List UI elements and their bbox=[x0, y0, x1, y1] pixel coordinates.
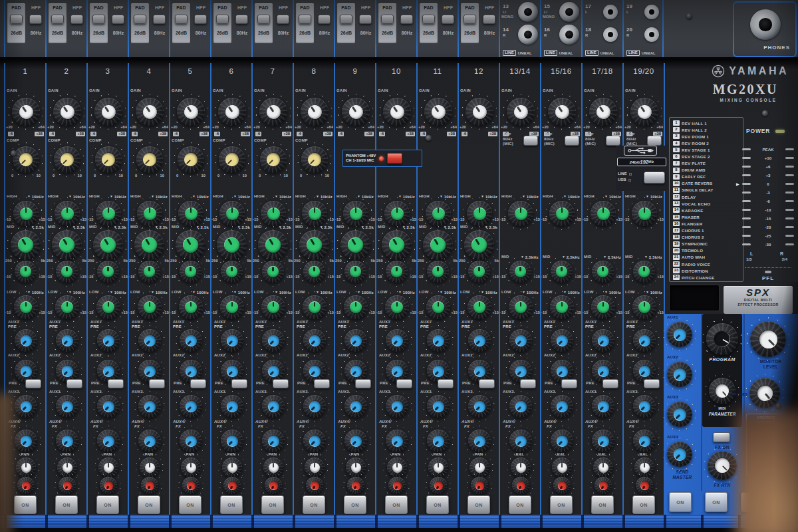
ch11-eq-high-knob[interactable] bbox=[426, 201, 451, 226]
fx-on-button[interactable] bbox=[713, 432, 730, 442]
ch13-14-level-knob[interactable] bbox=[512, 477, 529, 494]
ch4-aux1-knob[interactable] bbox=[138, 329, 161, 352]
ch15-16-gain-knob[interactable] bbox=[548, 98, 576, 126]
ch19-20-aux3-pre-switch[interactable] bbox=[644, 379, 660, 388]
ch15-16-hpf-mic-switch[interactable] bbox=[565, 136, 579, 146]
ch12-aux3-pre-switch[interactable] bbox=[479, 379, 495, 388]
ch17-18-aux3-knob[interactable] bbox=[592, 395, 614, 418]
ch1-aux3-knob[interactable] bbox=[15, 395, 37, 418]
ch12-eq-mid-freq-knob[interactable] bbox=[464, 230, 494, 260]
ch8-comp-knob[interactable] bbox=[301, 146, 328, 173]
ch17-18-level-knob[interactable] bbox=[595, 477, 612, 494]
hpf-switch-ch1[interactable] bbox=[29, 15, 42, 24]
ch3-eq-mid-freq-knob[interactable] bbox=[93, 230, 123, 260]
ch4-aux4-fx-knob[interactable] bbox=[138, 430, 161, 452]
aux3-send-master-knob[interactable] bbox=[667, 402, 692, 427]
ch15-16-eq-low-knob[interactable] bbox=[550, 295, 574, 319]
ch13-14-aux3-pre-switch[interactable] bbox=[520, 379, 536, 388]
ch19-20-hpf-mic-switch[interactable] bbox=[647, 136, 662, 146]
ch9-aux3-pre-switch[interactable] bbox=[355, 379, 371, 388]
ch19-20-aux3-knob[interactable] bbox=[633, 395, 656, 418]
ch5-eq-mid-gain-knob[interactable] bbox=[180, 261, 201, 283]
ch4-aux3-knob[interactable] bbox=[138, 395, 161, 418]
ch7-aux1-knob[interactable] bbox=[262, 329, 285, 352]
ch6-on-button[interactable]: ON bbox=[220, 495, 243, 514]
ch11-gain-knob[interactable] bbox=[424, 98, 452, 126]
ch3-aux1-knob[interactable] bbox=[97, 329, 120, 352]
ch10-aux3-knob[interactable] bbox=[386, 395, 408, 418]
ch11-eq-mid-freq-knob[interactable] bbox=[423, 230, 453, 260]
ch2-aux4-fx-knob[interactable] bbox=[56, 430, 78, 452]
ch15-16-aux3-knob[interactable] bbox=[551, 395, 573, 418]
ch12-on-button[interactable]: ON bbox=[467, 495, 490, 514]
ch3-aux4-fx-knob[interactable] bbox=[97, 430, 120, 452]
aux2-send-master-knob[interactable] bbox=[667, 362, 692, 387]
ch6-comp-knob[interactable] bbox=[219, 146, 245, 173]
hpf-switch-ch9[interactable] bbox=[359, 15, 372, 24]
pad-switch-ch5[interactable] bbox=[175, 15, 188, 24]
ch7-eq-high-knob[interactable] bbox=[261, 201, 286, 226]
ch9-eq-mid-freq-knob[interactable] bbox=[340, 230, 370, 260]
ch17-18-hpf-mic-switch[interactable] bbox=[606, 136, 620, 146]
ch7-comp-knob[interactable] bbox=[260, 146, 287, 173]
ch7-on-button[interactable]: ON bbox=[261, 495, 284, 514]
ch4-comp-knob[interactable] bbox=[136, 146, 163, 173]
ch10-aux1-knob[interactable] bbox=[386, 329, 408, 352]
ch10-gain-knob[interactable] bbox=[383, 98, 411, 126]
ch8-eq-high-knob[interactable] bbox=[302, 201, 327, 226]
ch11-aux1-knob[interactable] bbox=[427, 329, 450, 352]
hpf-switch-ch4[interactable] bbox=[153, 15, 166, 24]
fx-rtn-knob[interactable] bbox=[708, 451, 737, 480]
ch17-18-gain-knob[interactable] bbox=[589, 98, 617, 126]
ch6-aux3-knob[interactable] bbox=[221, 395, 243, 418]
ch13-14-aux1-knob[interactable] bbox=[509, 329, 532, 352]
ch2-aux3-pre-switch[interactable] bbox=[66, 379, 82, 388]
ch8-on-button[interactable]: ON bbox=[303, 495, 325, 514]
ch5-level-knob[interactable] bbox=[182, 477, 200, 494]
ch10-aux3-pre-switch[interactable] bbox=[396, 379, 412, 388]
hpf-switch-ch11[interactable] bbox=[442, 15, 454, 24]
pad-switch-ch8[interactable] bbox=[299, 15, 311, 24]
ch19-20-on-button[interactable]: ON bbox=[632, 495, 655, 514]
ch10-eq-mid-gain-knob[interactable] bbox=[386, 261, 408, 283]
ch1-gain-knob[interactable] bbox=[12, 98, 40, 126]
ch6-aux1-knob[interactable] bbox=[221, 329, 243, 352]
ch17-18-aux3-pre-switch[interactable] bbox=[602, 379, 618, 388]
pad-switch-ch7[interactable] bbox=[257, 15, 270, 24]
ch11-aux3-knob[interactable] bbox=[427, 395, 450, 418]
ch3-aux3-knob[interactable] bbox=[97, 395, 120, 418]
ch2-gain-knob[interactable] bbox=[53, 98, 81, 126]
ch7-level-knob[interactable] bbox=[265, 477, 282, 494]
ch10-eq-mid-freq-knob[interactable] bbox=[382, 230, 412, 260]
ch9-level-knob[interactable] bbox=[347, 477, 364, 494]
ch19-20-eq-low-knob[interactable] bbox=[632, 295, 656, 319]
ch3-on-button[interactable]: ON bbox=[96, 495, 119, 514]
ch13-14-eq-high-knob[interactable] bbox=[508, 201, 533, 226]
ch5-comp-knob[interactable] bbox=[178, 146, 204, 173]
ch2-eq-mid-gain-knob[interactable] bbox=[56, 261, 78, 283]
ch11-eq-mid-gain-knob[interactable] bbox=[427, 261, 449, 283]
ch4-eq-high-knob[interactable] bbox=[137, 201, 162, 226]
ch6-gain-knob[interactable] bbox=[218, 98, 246, 126]
ch15-16-aux4-fx-knob[interactable] bbox=[551, 430, 573, 452]
hpf-switch-ch5[interactable] bbox=[194, 15, 207, 24]
hpf-switch-ch7[interactable] bbox=[277, 15, 289, 24]
pad-switch-ch3[interactable] bbox=[92, 15, 105, 24]
ch1-aux4-fx-knob[interactable] bbox=[15, 430, 37, 452]
ch4-eq-mid-gain-knob[interactable] bbox=[138, 261, 160, 283]
phantom-switch[interactable] bbox=[387, 153, 402, 164]
ch19-20-gain-knob[interactable] bbox=[630, 98, 658, 126]
ch8-aux1-knob[interactable] bbox=[303, 329, 326, 352]
ch8-gain-knob[interactable] bbox=[301, 98, 329, 126]
ch15-16-eq-high-knob[interactable] bbox=[549, 201, 575, 226]
ch2-comp-knob[interactable] bbox=[54, 146, 80, 173]
ch4-on-button[interactable]: ON bbox=[138, 495, 160, 514]
ch9-aux4-fx-knob[interactable] bbox=[344, 430, 367, 452]
ch17-18-on-button[interactable]: ON bbox=[591, 495, 614, 514]
ch3-eq-mid-gain-knob[interactable] bbox=[97, 261, 119, 283]
ch9-eq-low-knob[interactable] bbox=[344, 295, 368, 319]
pad-switch-ch1[interactable] bbox=[10, 15, 23, 24]
ch4-eq-low-knob[interactable] bbox=[138, 295, 162, 319]
ch10-on-button[interactable]: ON bbox=[385, 495, 408, 514]
ch11-level-knob[interactable] bbox=[430, 477, 447, 494]
